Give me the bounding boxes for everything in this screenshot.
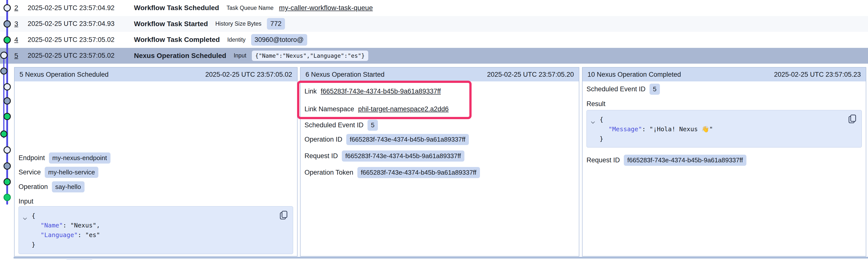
request-id-badge: f665283f-743e-4374-b45b-9a61a89337ff <box>624 155 746 166</box>
event-attr-label: History Size Bytes <box>215 21 261 27</box>
event-timestamp: 2025-02-25 UTC 23:57:04.92 <box>28 4 134 12</box>
panel-header: 5 Nexus Operation Scheduled 2025-02-25 U… <box>14 68 297 81</box>
operation-id-badge: f665283f-743e-4374-b45b-9a61a89337ff <box>346 134 469 145</box>
event-name: Workflow Task Scheduled <box>134 4 219 12</box>
operation-id-label: Operation ID <box>305 136 342 143</box>
panel-timestamp: 2025-02-25 UTC 23:57:05.23 <box>774 71 861 78</box>
operation-value-badge: say-hello <box>52 181 85 192</box>
event-timeline <box>0 0 15 260</box>
operation-label: Operation <box>19 183 48 191</box>
endpoint-label: Endpoint <box>19 154 45 162</box>
panel-nexus-operation-completed: 10 Nexus Operation Completed 2025-02-25 … <box>582 67 866 257</box>
event-timestamp: 2025-02-25 UTC 23:57:05.02 <box>28 52 134 60</box>
event-name: Workflow Task Started <box>134 20 208 28</box>
event-dot-scheduled <box>1 52 7 59</box>
json-content: { "Message": "¡Hola! Nexus 👋" } <box>599 115 713 144</box>
event-dot-scheduled <box>4 84 10 90</box>
panel-title: 10 Nexus Operation Completed <box>587 71 681 78</box>
endpoint-value-badge: my-nexus-endpoint <box>49 152 111 163</box>
event-dot-started <box>4 98 10 104</box>
panel-title: 6 Nexus Operation Started <box>306 71 384 78</box>
result-json-block: { "Message": "¡Hola! Nexus 👋" } <box>587 110 862 148</box>
request-id-label: Request ID <box>587 156 620 164</box>
scheduled-event-id-label: Scheduled Event ID <box>305 121 364 129</box>
event-dot-started <box>4 163 10 169</box>
event-name: Workflow Task Completed <box>134 36 220 44</box>
event-row-4[interactable]: 4 2025-02-25 UTC 23:57:05.02 Workflow Ta… <box>0 32 868 48</box>
event-dot-scheduled <box>4 147 10 153</box>
copy-icon[interactable] <box>848 114 857 124</box>
event-dot-completed <box>4 179 10 185</box>
input-json-block: { "Name": "Nexus", "Language": "es" } <box>19 206 293 254</box>
chevron-down-icon[interactable] <box>591 115 599 144</box>
event-dot-started <box>1 68 7 74</box>
json-key: "Name" <box>40 222 63 229</box>
event-row-2[interactable]: 2 2025-02-25 UTC 23:57:04.92 Workflow Ta… <box>0 0 868 16</box>
event-row-5-selected[interactable]: 5 2025-02-25 UTC 23:57:05.02 Nexus Opera… <box>0 48 868 64</box>
event-id-link[interactable]: 3 <box>14 20 28 28</box>
operation-token-label: Operation Token <box>305 169 353 176</box>
panel-title: 5 Nexus Operation Scheduled <box>20 71 108 78</box>
copy-icon[interactable] <box>280 211 288 220</box>
event-id-link[interactable]: 5 <box>14 52 28 60</box>
event-history-page: 2 2025-02-25 UTC 23:57:04.92 Workflow Ta… <box>0 0 868 260</box>
event-attr-value-badge: 30960@totoro@ <box>251 34 307 46</box>
event-dot-completed <box>1 131 7 137</box>
event-dot-started <box>4 21 10 27</box>
event-dot-completed-last <box>4 194 10 200</box>
json-value: "Nexus", <box>70 222 100 229</box>
event-name: Nexus Operation Scheduled <box>134 52 226 60</box>
event-dot-scheduled <box>4 5 10 11</box>
service-label: Service <box>19 169 41 176</box>
request-id-label: Request ID <box>305 152 338 160</box>
operation-token-badge: f665283f-743e-4374-b45b-9a61a89337ff <box>358 167 480 178</box>
task-queue-link[interactable]: my-caller-workflow-task-queue <box>279 4 373 12</box>
panel-timestamp: 2025-02-25 UTC 23:57:05.20 <box>487 71 574 78</box>
event-id-link[interactable]: 2 <box>14 4 28 12</box>
json-value: "¡Hola! Nexus 👋" <box>650 125 713 133</box>
scheduled-event-id-badge: 5 <box>368 120 378 131</box>
panel-timestamp: 2025-02-25 UTC 23:57:05.02 <box>206 71 292 78</box>
panel-nexus-operation-scheduled: 5 Nexus Operation Scheduled 2025-02-25 U… <box>14 67 298 257</box>
event-attr-value-badge: 772 <box>267 18 285 30</box>
event-dot-completed <box>4 113 10 120</box>
event-input-badge: {"Name":"Nexus","Language":"es"} <box>252 50 368 61</box>
panel-header: 10 Nexus Operation Completed 2025-02-25 … <box>583 68 866 81</box>
json-value: "es" <box>85 231 100 238</box>
panels-bottom-scroll-edge[interactable] <box>13 257 868 259</box>
event-history-rows: 2 2025-02-25 UTC 23:57:04.92 Workflow Ta… <box>0 0 868 64</box>
event-row-3[interactable]: 3 2025-02-25 UTC 23:57:04.93 Workflow Ta… <box>0 16 868 32</box>
service-value-badge: my-hello-service <box>45 167 98 178</box>
input-label: Input <box>19 197 33 205</box>
json-key: "Language" <box>40 231 78 238</box>
event-attr-label: Task Queue Name <box>226 5 273 11</box>
event-timestamp: 2025-02-25 UTC 23:57:05.02 <box>28 36 134 44</box>
annotation-highlight-box <box>297 81 471 119</box>
event-dot-completed <box>4 37 10 43</box>
chevron-down-icon[interactable] <box>23 211 32 249</box>
result-label: Result <box>587 100 606 108</box>
scheduled-event-id-badge: 5 <box>650 84 660 95</box>
event-attr-label: Identity <box>227 37 245 43</box>
scheduled-event-id-label: Scheduled Event ID <box>587 85 646 93</box>
event-timestamp: 2025-02-25 UTC 23:57:04.93 <box>28 20 134 28</box>
event-attr-label: Input <box>234 52 246 59</box>
json-key: "Message" <box>609 125 642 133</box>
event-id-link[interactable]: 4 <box>14 36 28 44</box>
request-id-badge: f665283f-743e-4374-b45b-9a61a89337ff <box>342 150 464 161</box>
json-content: { "Name": "Nexus", "Language": "es" } <box>32 211 100 249</box>
panel-header: 6 Nexus Operation Started 2025-02-25 UTC… <box>301 68 579 81</box>
